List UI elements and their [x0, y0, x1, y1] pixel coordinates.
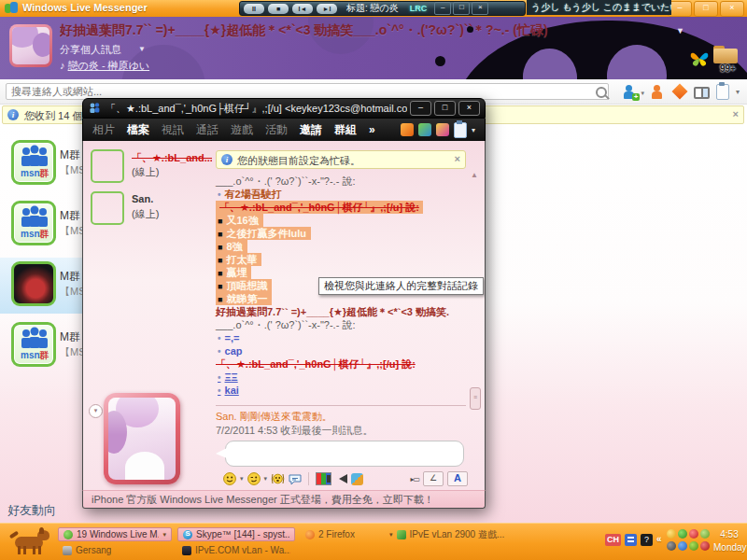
skull-splatter [435, 56, 445, 66]
contact-row[interactable]: msn 群 M群 【MS [0, 136, 82, 192]
ime-icon[interactable] [625, 534, 637, 546]
menu-color-icon-2[interactable] [418, 123, 431, 136]
chat-close-button[interactable]: × [458, 101, 480, 116]
chat-tab[interactable]: 通話 [196, 122, 218, 138]
chat-tab[interactable]: 檔案 [127, 122, 149, 138]
language-indicator[interactable]: CH [605, 534, 621, 546]
clipboard-dropdown-icon[interactable]: ▾ [736, 88, 740, 96]
firefox-task-icon [305, 530, 315, 539]
taskbar-ipve-vlan-button[interactable]: ▾ IPvE vLan 2900 遊戲... [385, 527, 512, 541]
tray-icon[interactable] [667, 529, 676, 539]
inbox-folder-icon[interactable] [713, 46, 738, 63]
chat-maximize-button[interactable]: □ [434, 101, 456, 116]
media-stop-button[interactable]: ■ [268, 4, 289, 14]
chat-participant[interactable]: 「、★.:bL_and... (線上) [89, 148, 212, 189]
msn-butterfly-icon[interactable] [689, 49, 710, 69]
media-prev-button[interactable]: I◄ [292, 4, 313, 14]
main-close-button[interactable]: × [720, 1, 744, 17]
nudge-button-icon[interactable] [271, 472, 285, 485]
emoticon-dropdown-icon[interactable]: ▾ [240, 475, 244, 483]
contact-name: M群 [60, 269, 80, 285]
chat-window-icon [88, 102, 101, 115]
chat-titlebar[interactable]: 「、★.:bL_and¯,'_h0nG├棋仔┘』,;[/u] <keykey12… [82, 98, 486, 119]
menu-clipboard-icon[interactable] [454, 122, 467, 138]
wink-dropdown-icon[interactable]: ▾ [264, 475, 268, 483]
tray-icon[interactable] [678, 541, 687, 551]
tray-icon[interactable] [689, 529, 698, 539]
chat-tab[interactable]: 群組 [334, 122, 357, 138]
taskbar-messenger-button[interactable]: 19 Windows Live M... ▾ [58, 527, 172, 541]
my-display-name[interactable]: 好抽過葉問7.7`` =)+____{★}超低能＊<*`<3 勁搞笑___.o`… [60, 22, 672, 39]
menu-color-icon-3[interactable] [436, 123, 449, 136]
now-playing-song[interactable]: 戀の炎 - 榊原ゆい [68, 60, 150, 71]
menu-dropdown-icon[interactable]: ▾ [472, 126, 475, 134]
search-icon[interactable] [596, 87, 607, 98]
media-player-bar: II ■ I◄ ►I 标题: 戀の炎 LRC – □ × [239, 1, 526, 16]
audio-icon[interactable] [339, 474, 347, 483]
wink-picker-icon[interactable] [247, 472, 261, 485]
taskbar-firefox-button[interactable]: 2 Firefox [301, 527, 379, 541]
media-next-button[interactable]: ►I [317, 4, 337, 14]
lrc-button[interactable]: LRC [410, 4, 428, 13]
status-notice-bar: i 您的狀態目前設定為忙碌。 × [216, 150, 466, 169]
main-maximize-button[interactable]: □ [694, 1, 718, 17]
media-close-button[interactable]: × [472, 2, 488, 15]
media-minimize-button[interactable]: – [434, 2, 451, 15]
photo-video-icon[interactable] [694, 87, 710, 99]
voice-clip-icon[interactable] [289, 473, 302, 485]
chat-minimize-button[interactable]: – [410, 101, 431, 116]
tray-icon[interactable] [700, 529, 710, 539]
status-dropdown-icon[interactable]: ▼ [676, 26, 684, 35]
expand-input-icon[interactable]: ▸▭ [410, 475, 419, 483]
taskbar-gersang-button[interactable]: Gersang [58, 543, 172, 557]
emoticon-picker-icon[interactable] [223, 472, 236, 485]
my-avatar[interactable] [9, 24, 52, 67]
contact-row[interactable]: msn 群 M群 【MS [0, 197, 82, 253]
share-dropdown-icon[interactable]: ▼ [138, 45, 146, 53]
handwriting-button[interactable]: ∠ [423, 471, 444, 486]
contact-row[interactable]: msn 群 M群 【MS [0, 318, 82, 374]
tray-icon[interactable] [667, 541, 676, 551]
contact-row[interactable]: msn 群 M群 【MS [0, 258, 82, 314]
scroll-thumb[interactable]: ≡ [470, 387, 481, 410]
tray-icon[interactable] [700, 541, 710, 551]
tray-icon[interactable] [678, 529, 687, 539]
chat-tab[interactable]: 相片 [92, 122, 115, 138]
self-display-picture[interactable] [104, 393, 180, 484]
games-icon[interactable] [351, 473, 363, 485]
menu-color-icon-1[interactable] [401, 123, 414, 136]
chat-tab[interactable]: 視訊 [162, 122, 184, 138]
ad-banner[interactable]: iPhone 官方版 Windows Live Messenger 正式登場，費… [82, 490, 486, 509]
chat-tab[interactable]: » [369, 123, 375, 136]
font-button[interactable]: A [447, 471, 468, 486]
clipboard-menu-icon[interactable] [716, 84, 729, 100]
share-personal-message[interactable]: 分享個人訊息 [60, 43, 121, 57]
music-note-icon: ♪ [60, 60, 65, 71]
media-pause-button[interactable]: II [244, 4, 264, 14]
contact-name: M群 [60, 147, 80, 163]
chat-message: kai [216, 384, 239, 397]
contact-name: M群 [60, 329, 80, 345]
start-button[interactable] [6, 527, 56, 557]
help-icon[interactable]: ? [641, 534, 653, 546]
chat-menubar: 相片檔案視訊通話遊戲活動邀請群組» ▾ [82, 119, 486, 141]
sidebar-collapse-button[interactable]: ▾ [89, 404, 103, 418]
message-input[interactable] [225, 441, 464, 467]
notice-close-icon[interactable]: × [455, 153, 460, 164]
taskbar-skype-button[interactable]: Skype™ [144] - spyst... [177, 527, 295, 541]
clock: 4:53 Monday [713, 528, 745, 554]
chat-participant[interactable]: San. (線上) [89, 190, 212, 231]
msn-diamond-icon[interactable] [672, 84, 688, 100]
tray-collapse-icon[interactable]: « [656, 534, 662, 544]
chat-tab[interactable]: 遊戲 [231, 122, 253, 138]
notification-close-icon[interactable]: × [733, 108, 739, 119]
chat-tab[interactable]: 邀請 [300, 122, 322, 138]
add-contact-button[interactable]: +▾ [622, 84, 638, 100]
participant-status: (線上) [132, 165, 159, 179]
taskbar-ipve-com-button[interactable]: IPvE.COM vLan - Wa... [177, 543, 295, 557]
media-restore-button[interactable]: □ [453, 2, 470, 15]
scroll-up-icon[interactable]: ▲ [471, 171, 478, 179]
contact-status-icon[interactable] [650, 84, 666, 100]
tray-icon[interactable] [689, 541, 698, 551]
chat-tab[interactable]: 活動 [265, 122, 288, 138]
